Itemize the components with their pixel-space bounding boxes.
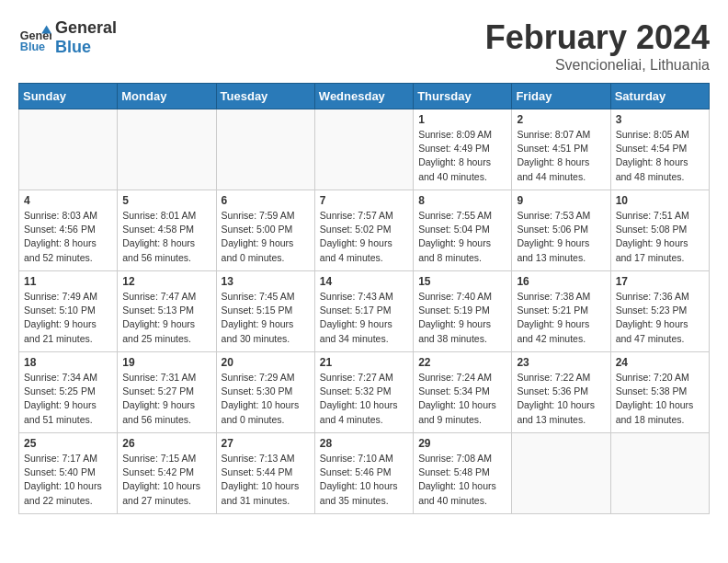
calendar-cell: 1Sunrise: 8:09 AM Sunset: 4:49 PM Daylig… xyxy=(414,109,512,190)
day-number: 18 xyxy=(24,356,112,369)
calendar-cell: 16Sunrise: 7:38 AM Sunset: 5:21 PM Dayli… xyxy=(512,271,610,352)
day-info: Sunrise: 8:01 AM Sunset: 4:58 PM Dayligh… xyxy=(122,209,210,265)
calendar-cell: 10Sunrise: 7:51 AM Sunset: 5:08 PM Dayli… xyxy=(610,190,709,271)
calendar-cell xyxy=(610,433,709,514)
week-row-3: 11Sunrise: 7:49 AM Sunset: 5:10 PM Dayli… xyxy=(19,271,710,352)
day-number: 15 xyxy=(418,275,506,288)
day-info: Sunrise: 7:49 AM Sunset: 5:10 PM Dayligh… xyxy=(24,290,112,346)
day-info: Sunrise: 7:10 AM Sunset: 5:46 PM Dayligh… xyxy=(320,452,408,508)
day-number: 20 xyxy=(222,356,310,369)
calendar-cell xyxy=(512,433,610,514)
day-info: Sunrise: 7:40 AM Sunset: 5:19 PM Dayligh… xyxy=(418,290,506,346)
calendar-cell: 15Sunrise: 7:40 AM Sunset: 5:19 PM Dayli… xyxy=(414,271,512,352)
weekday-header-sunday: Sunday xyxy=(19,84,118,109)
day-number: 13 xyxy=(222,275,310,288)
calendar-cell: 22Sunrise: 7:24 AM Sunset: 5:34 PM Dayli… xyxy=(414,352,512,433)
day-number: 29 xyxy=(418,437,506,450)
day-number: 6 xyxy=(222,194,310,207)
day-number: 4 xyxy=(24,194,112,207)
day-info: Sunrise: 7:31 AM Sunset: 5:27 PM Dayligh… xyxy=(122,371,210,427)
day-info: Sunrise: 7:57 AM Sunset: 5:02 PM Dayligh… xyxy=(320,209,408,265)
calendar-cell xyxy=(19,109,118,190)
day-number: 25 xyxy=(24,437,112,450)
day-info: Sunrise: 7:59 AM Sunset: 5:00 PM Dayligh… xyxy=(222,209,310,265)
day-number: 1 xyxy=(418,113,506,126)
calendar-cell: 8Sunrise: 7:55 AM Sunset: 5:04 PM Daylig… xyxy=(414,190,512,271)
calendar-cell: 4Sunrise: 8:03 AM Sunset: 4:56 PM Daylig… xyxy=(19,190,118,271)
day-info: Sunrise: 8:09 AM Sunset: 4:49 PM Dayligh… xyxy=(418,128,506,184)
day-number: 17 xyxy=(616,275,704,288)
calendar-cell: 26Sunrise: 7:15 AM Sunset: 5:42 PM Dayli… xyxy=(118,433,216,514)
calendar-cell: 23Sunrise: 7:22 AM Sunset: 5:36 PM Dayli… xyxy=(512,352,610,433)
day-number: 26 xyxy=(122,437,210,450)
day-info: Sunrise: 7:15 AM Sunset: 5:42 PM Dayligh… xyxy=(122,452,210,508)
calendar-cell: 5Sunrise: 8:01 AM Sunset: 4:58 PM Daylig… xyxy=(118,190,216,271)
day-number: 8 xyxy=(418,194,506,207)
week-row-2: 4Sunrise: 8:03 AM Sunset: 4:56 PM Daylig… xyxy=(19,190,710,271)
day-info: Sunrise: 7:38 AM Sunset: 5:21 PM Dayligh… xyxy=(517,290,605,346)
calendar-cell: 3Sunrise: 8:05 AM Sunset: 4:54 PM Daylig… xyxy=(610,109,709,190)
title-area: February 2024 Svencioneliai, Lithuania xyxy=(485,18,710,74)
day-info: Sunrise: 7:13 AM Sunset: 5:44 PM Dayligh… xyxy=(222,452,310,508)
calendar-cell: 21Sunrise: 7:27 AM Sunset: 5:32 PM Dayli… xyxy=(314,352,413,433)
calendar-cell: 6Sunrise: 7:59 AM Sunset: 5:00 PM Daylig… xyxy=(216,190,314,271)
calendar-cell: 2Sunrise: 8:07 AM Sunset: 4:51 PM Daylig… xyxy=(512,109,610,190)
day-info: Sunrise: 7:55 AM Sunset: 5:04 PM Dayligh… xyxy=(418,209,506,265)
day-number: 23 xyxy=(517,356,605,369)
week-row-4: 18Sunrise: 7:34 AM Sunset: 5:25 PM Dayli… xyxy=(19,352,710,433)
day-info: Sunrise: 7:47 AM Sunset: 5:13 PM Dayligh… xyxy=(122,290,210,346)
calendar-cell: 19Sunrise: 7:31 AM Sunset: 5:27 PM Dayli… xyxy=(118,352,216,433)
calendar-table: SundayMondayTuesdayWednesdayThursdayFrid… xyxy=(18,83,710,514)
day-info: Sunrise: 8:03 AM Sunset: 4:56 PM Dayligh… xyxy=(24,209,112,265)
logo-general: General xyxy=(55,18,117,38)
weekday-header-friday: Friday xyxy=(512,84,610,109)
day-info: Sunrise: 7:29 AM Sunset: 5:30 PM Dayligh… xyxy=(222,371,310,427)
calendar-cell xyxy=(118,109,216,190)
day-info: Sunrise: 8:05 AM Sunset: 4:54 PM Dayligh… xyxy=(616,128,704,184)
day-info: Sunrise: 7:43 AM Sunset: 5:17 PM Dayligh… xyxy=(320,290,408,346)
calendar-cell: 29Sunrise: 7:08 AM Sunset: 5:48 PM Dayli… xyxy=(414,433,512,514)
day-number: 19 xyxy=(122,356,210,369)
month-title: February 2024 xyxy=(485,18,710,57)
header: General Blue General Blue February 2024 … xyxy=(18,18,710,74)
day-number: 14 xyxy=(320,275,408,288)
svg-text:Blue: Blue xyxy=(20,40,45,53)
day-info: Sunrise: 7:22 AM Sunset: 5:36 PM Dayligh… xyxy=(517,371,605,427)
calendar-cell: 24Sunrise: 7:20 AM Sunset: 5:38 PM Dayli… xyxy=(610,352,709,433)
weekday-header-saturday: Saturday xyxy=(610,84,709,109)
location-title: Svencioneliai, Lithuania xyxy=(485,57,710,74)
calendar-cell xyxy=(216,109,314,190)
calendar-cell: 20Sunrise: 7:29 AM Sunset: 5:30 PM Dayli… xyxy=(216,352,314,433)
day-number: 21 xyxy=(320,356,408,369)
weekday-header-row: SundayMondayTuesdayWednesdayThursdayFrid… xyxy=(19,84,710,109)
calendar-cell: 18Sunrise: 7:34 AM Sunset: 5:25 PM Dayli… xyxy=(19,352,118,433)
logo-blue: Blue xyxy=(55,38,117,57)
calendar-cell: 28Sunrise: 7:10 AM Sunset: 5:46 PM Dayli… xyxy=(314,433,413,514)
week-row-1: 1Sunrise: 8:09 AM Sunset: 4:49 PM Daylig… xyxy=(19,109,710,190)
weekday-header-wednesday: Wednesday xyxy=(314,84,413,109)
weekday-header-thursday: Thursday xyxy=(414,84,512,109)
day-info: Sunrise: 7:24 AM Sunset: 5:34 PM Dayligh… xyxy=(418,371,506,427)
weekday-header-tuesday: Tuesday xyxy=(216,84,314,109)
day-info: Sunrise: 7:51 AM Sunset: 5:08 PM Dayligh… xyxy=(616,209,704,265)
day-number: 22 xyxy=(418,356,506,369)
day-number: 10 xyxy=(616,194,704,207)
calendar-cell: 13Sunrise: 7:45 AM Sunset: 5:15 PM Dayli… xyxy=(216,271,314,352)
calendar-cell: 27Sunrise: 7:13 AM Sunset: 5:44 PM Dayli… xyxy=(216,433,314,514)
day-info: Sunrise: 7:53 AM Sunset: 5:06 PM Dayligh… xyxy=(517,209,605,265)
day-number: 2 xyxy=(517,113,605,126)
day-info: Sunrise: 7:34 AM Sunset: 5:25 PM Dayligh… xyxy=(24,371,112,427)
day-info: Sunrise: 7:36 AM Sunset: 5:23 PM Dayligh… xyxy=(616,290,704,346)
calendar-cell: 14Sunrise: 7:43 AM Sunset: 5:17 PM Dayli… xyxy=(314,271,413,352)
weekday-header-monday: Monday xyxy=(118,84,216,109)
calendar-cell: 9Sunrise: 7:53 AM Sunset: 5:06 PM Daylig… xyxy=(512,190,610,271)
calendar-cell: 25Sunrise: 7:17 AM Sunset: 5:40 PM Dayli… xyxy=(19,433,118,514)
day-number: 28 xyxy=(320,437,408,450)
day-number: 11 xyxy=(24,275,112,288)
calendar-cell: 17Sunrise: 7:36 AM Sunset: 5:23 PM Dayli… xyxy=(610,271,709,352)
day-info: Sunrise: 7:17 AM Sunset: 5:40 PM Dayligh… xyxy=(24,452,112,508)
calendar-cell xyxy=(314,109,413,190)
day-info: Sunrise: 7:45 AM Sunset: 5:15 PM Dayligh… xyxy=(222,290,310,346)
day-number: 5 xyxy=(122,194,210,207)
day-number: 27 xyxy=(222,437,310,450)
